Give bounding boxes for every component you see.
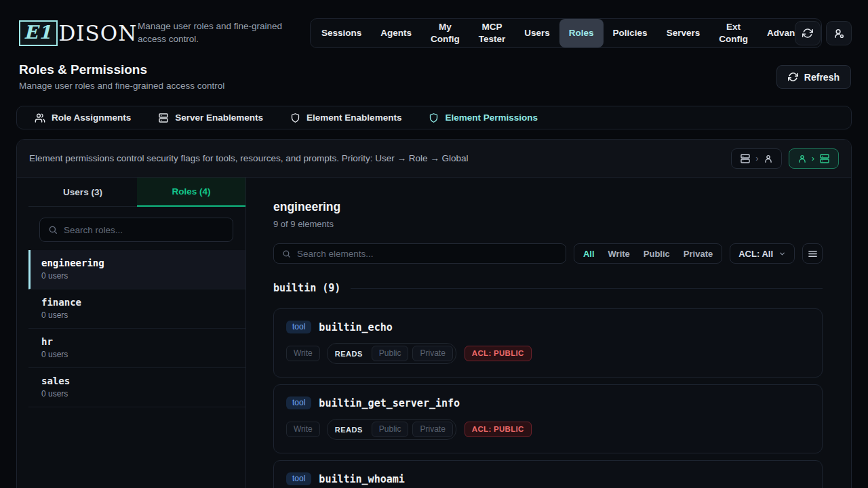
element-card-builtin-whoami: tool builtin_whoami Write READS Public P… <box>273 460 823 488</box>
element-card-builtin-echo: tool builtin_echo Write READS Public Pri… <box>273 308 823 378</box>
refresh-icon-button[interactable] <box>795 21 821 45</box>
role-name: hr <box>41 336 235 347</box>
filter-private[interactable]: Private <box>677 249 719 259</box>
heading-divider <box>351 288 823 289</box>
role-search <box>39 218 233 242</box>
nav-item-label: Agents <box>380 27 412 39</box>
nav-item-users[interactable]: Users <box>515 19 559 47</box>
top-nav: Sessions Agents My Config MCP Tester Use… <box>310 18 822 48</box>
public-flag-button[interactable]: Public <box>372 422 409 437</box>
nav-item-label: My Config <box>431 21 460 45</box>
page-title: Roles & Permissions <box>19 62 147 77</box>
role-item-finance[interactable]: finance 0 users <box>28 289 245 329</box>
public-flag-button[interactable]: Public <box>372 346 409 361</box>
element-type-badge: tool <box>286 396 311 409</box>
server-icon <box>158 113 169 123</box>
priority-toggle-server-then-user[interactable]: › <box>731 148 781 169</box>
private-flag-button[interactable]: Private <box>412 346 452 361</box>
role-name: engineering <box>41 258 235 268</box>
filter-public[interactable]: Public <box>637 249 677 259</box>
reads-flag-group: READS Public Private <box>327 419 456 440</box>
role-name: sales <box>41 375 235 386</box>
element-count: 9 of 9 elements <box>273 219 823 229</box>
priority-toggle-user-then-server[interactable]: › <box>789 148 839 169</box>
nav-item-policies[interactable]: Policies <box>604 19 657 47</box>
acl-status-badge: ACL: PUBLIC <box>465 346 532 361</box>
tab-server-enablements[interactable]: Server Enablements <box>144 113 277 123</box>
element-group-heading: builtin (9) <box>273 282 823 294</box>
element-name: builtin_whoami <box>319 473 404 485</box>
user-gear-icon <box>833 28 845 39</box>
user-icon <box>764 154 773 163</box>
nav-item-ext-config[interactable]: Ext Config <box>709 19 757 47</box>
users-icon <box>35 113 45 123</box>
role-user-count: 0 users <box>41 271 235 281</box>
nav-item-agents[interactable]: Agents <box>371 19 421 47</box>
element-type-badge: tool <box>286 321 311 333</box>
tab-element-enablements[interactable]: Element Enablements <box>277 113 415 123</box>
nav-item-label: Users <box>524 27 550 39</box>
shield-icon <box>290 113 300 123</box>
reads-label: READS <box>335 350 363 358</box>
acl-filter-label: ACL: All <box>738 249 773 259</box>
page-subtitle: Manage user roles and fine-grained acces… <box>19 81 224 91</box>
filter-write[interactable]: Write <box>601 249 637 259</box>
nav-item-label: Policies <box>613 27 648 39</box>
server-icon <box>740 153 751 164</box>
refresh-icon <box>802 28 813 39</box>
element-card-builtin-get-server-info: tool builtin_get_server_info Write READS… <box>273 384 823 453</box>
element-name: builtin_get_server_info <box>319 397 460 409</box>
nav-item-label: Roles <box>569 27 594 39</box>
write-flag-button[interactable]: Write <box>286 346 320 361</box>
private-flag-button[interactable]: Private <box>412 422 452 437</box>
chevron-right-icon: › <box>755 153 758 163</box>
nav-item-servers[interactable]: Servers <box>657 19 710 47</box>
user-icon <box>797 154 807 163</box>
selected-role-title: engineering <box>273 200 823 214</box>
nav-item-label: Sessions <box>321 27 361 39</box>
tab-element-permissions[interactable]: Element Permissions <box>415 113 551 123</box>
element-search-input[interactable] <box>297 249 557 259</box>
group-heading-label: builtin (9) <box>273 282 340 294</box>
filter-all[interactable]: All <box>576 249 601 259</box>
info-banner: Element permissions control security fla… <box>17 140 851 178</box>
tab-label: Server Enablements <box>175 113 263 123</box>
role-item-engineering[interactable]: engineering 0 users <box>28 250 245 289</box>
element-search <box>273 243 566 264</box>
refresh-button[interactable]: Refresh <box>776 65 851 89</box>
sidebar-tab-label: Users (3) <box>63 187 102 197</box>
user-settings-button[interactable] <box>826 21 852 45</box>
sidebar-tab-label: Roles (4) <box>172 186 210 197</box>
element-permissions-panel: Element permissions control security fla… <box>16 139 852 488</box>
tab-label: Element Enablements <box>307 113 401 123</box>
sidebar-tab-users-3[interactable]: Users (3) <box>28 178 137 207</box>
nav-item-mcp-tester[interactable]: MCP Tester <box>469 19 515 47</box>
sidebar-tabs: Users (3) Roles (4) <box>28 178 245 207</box>
list-options-button[interactable] <box>802 243 823 264</box>
role-search-input[interactable] <box>64 225 224 235</box>
acl-filter-dropdown[interactable]: ACL: All <box>730 243 795 264</box>
menu-icon <box>808 249 818 258</box>
tab-role-assignments[interactable]: Role Assignments <box>21 113 144 123</box>
role-user-count: 0 users <box>41 310 235 320</box>
role-item-sales[interactable]: sales 0 users <box>28 368 245 407</box>
logo-mark: E1 <box>19 20 58 46</box>
tab-label: Element Permissions <box>445 113 538 123</box>
sidebar-tab-roles-4[interactable]: Roles (4) <box>137 178 245 207</box>
search-icon <box>48 225 58 235</box>
logo-text: DISON <box>58 21 137 45</box>
write-flag-button[interactable]: Write <box>286 422 320 437</box>
nav-item-label: MCP Tester <box>479 21 506 45</box>
role-user-count: 0 users <box>41 350 235 359</box>
banner-text: Element permissions control security fla… <box>29 153 724 163</box>
role-user-count: 0 users <box>41 389 235 399</box>
element-name: builtin_echo <box>319 321 392 333</box>
refresh-icon <box>788 72 798 82</box>
reads-label: READS <box>335 426 363 434</box>
nav-item-roles[interactable]: Roles <box>559 19 604 47</box>
nav-item-sessions[interactable]: Sessions <box>312 19 371 47</box>
shield-icon <box>429 113 439 123</box>
role-item-hr[interactable]: hr 0 users <box>28 329 245 368</box>
reads-flag-group: READS Public Private <box>327 343 456 364</box>
nav-item-my-config[interactable]: My Config <box>421 19 469 47</box>
